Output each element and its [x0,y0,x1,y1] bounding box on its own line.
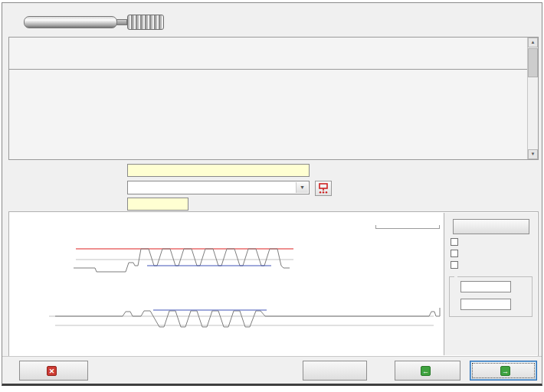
probe-points-button[interactable] [315,181,332,196]
delete-values-button[interactable] [453,219,529,234]
gauge-neck [116,19,127,25]
chevron-down-icon[interactable]: ▼ [296,182,308,193]
checkbox-unchecked-icon[interactable] [451,250,458,257]
footer-bar: ✕ ← → [2,356,542,384]
thread-gauge-icon [24,14,171,31]
remove-first-contour-option[interactable] [451,238,537,246]
source-dropdown[interactable]: ▼ [127,181,310,194]
measurement-form: ▼ [8,164,539,210]
abort-x-icon: ✕ [47,366,57,376]
method-field[interactable] [127,164,310,177]
upper-contour-line [74,249,290,272]
contour-measure-dialog: ▲ ▼ ▼ [2,2,542,386]
checkbox-unchecked-icon[interactable] [451,238,458,246]
scroll-down-icon[interactable]: ▼ [528,149,538,159]
remove-outliner-option[interactable] [451,261,537,269]
gauge-threaded-head [127,15,164,30]
arrow-left-icon: ← [421,366,431,376]
table-header [9,38,527,70]
outer-radius-input[interactable] [460,281,511,292]
checkbox-unchecked-icon[interactable] [451,261,458,269]
continue-button[interactable]: → [470,361,537,381]
arrow-right-icon: → [500,366,510,376]
contour-plot [8,211,539,357]
online-button[interactable] [303,361,367,381]
scrollbar-thumb[interactable] [528,48,538,77]
scroll-up-icon[interactable]: ▲ [528,38,538,47]
measurement-table: ▲ ▼ [8,37,539,160]
options-panel [444,213,537,355]
inner-radius-input[interactable] [460,299,511,310]
probe-points-icon [317,182,329,194]
lower-contour-line [55,308,440,327]
mirror-contour-option[interactable] [451,250,537,257]
back-button[interactable]: ← [395,361,460,381]
table-scrollbar[interactable]: ▲ ▼ [527,38,538,159]
contour-break-wave [11,292,444,304]
adjust-flank-group [449,276,533,317]
top-profile-svg[interactable] [11,221,444,292]
bottom-profile-svg[interactable] [11,304,444,356]
abort-button[interactable]: ✕ [19,361,88,381]
wire-diameter-field[interactable] [127,198,188,211]
title-bar [10,9,534,35]
gauge-shaft [24,16,117,28]
